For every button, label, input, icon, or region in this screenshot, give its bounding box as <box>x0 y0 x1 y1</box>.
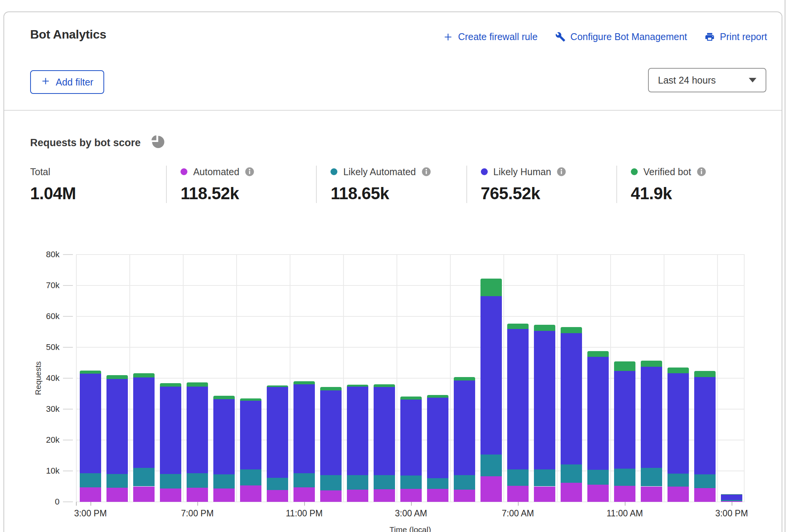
bar-segment-verified-bot[interactable] <box>293 381 315 384</box>
bar-segment-likely-human[interactable] <box>721 495 742 500</box>
bar-segment-likely-human[interactable] <box>507 329 529 469</box>
bar-segment-likely-automated[interactable] <box>213 474 235 488</box>
bar-segment-verified-bot[interactable] <box>187 382 208 387</box>
bar-segment-automated[interactable] <box>587 485 609 502</box>
bar-segment-automated[interactable] <box>347 490 368 502</box>
bar-segment-automated[interactable] <box>106 488 128 502</box>
bar-segment-likely-automated[interactable] <box>427 478 448 489</box>
bar-segment-verified-bot[interactable] <box>240 398 261 401</box>
bar-segment-likely-human[interactable] <box>106 379 128 474</box>
bar-segment-likely-human[interactable] <box>187 387 208 474</box>
bar-segment-verified-bot[interactable] <box>427 395 448 398</box>
bar-segment-automated[interactable] <box>267 490 288 502</box>
info-icon[interactable] <box>422 167 431 176</box>
bar-segment-likely-human[interactable] <box>213 399 235 474</box>
bar-segment-automated[interactable] <box>293 487 315 502</box>
bar-segment-likely-human[interactable] <box>240 401 261 469</box>
bar-segment-automated[interactable] <box>614 486 635 502</box>
bar-segment-likely-human[interactable] <box>587 357 609 470</box>
bar-segment-likely-automated[interactable] <box>293 473 315 487</box>
bar-segment-likely-automated[interactable] <box>721 500 742 501</box>
bar-segment-automated[interactable] <box>320 490 342 502</box>
bar-segment-automated[interactable] <box>374 489 395 502</box>
bar-segment-likely-automated[interactable] <box>561 464 582 483</box>
bar-segment-automated[interactable] <box>213 488 235 502</box>
bar-segment-likely-automated[interactable] <box>240 469 261 485</box>
bar-segment-likely-human[interactable] <box>320 390 342 475</box>
bar-segment-likely-human[interactable] <box>480 296 502 455</box>
bar-segment-verified-bot[interactable] <box>347 385 368 387</box>
bar-segment-verified-bot[interactable] <box>267 385 288 387</box>
print-report-link[interactable]: Print report <box>705 31 767 42</box>
bar-segment-automated[interactable] <box>454 490 475 502</box>
bar-segment-verified-bot[interactable] <box>534 325 555 331</box>
bar-segment-likely-human[interactable] <box>374 387 395 475</box>
bar-segment-likely-automated[interactable] <box>480 455 502 476</box>
bar-segment-verified-bot[interactable] <box>614 361 635 371</box>
bar-segment-likely-human[interactable] <box>427 398 448 478</box>
bar-segment-automated[interactable] <box>534 487 555 502</box>
bar-segment-likely-automated[interactable] <box>347 475 368 490</box>
bar-segment-likely-automated[interactable] <box>667 474 689 487</box>
bar-segment-likely-automated[interactable] <box>614 469 635 486</box>
bar-segment-verified-bot[interactable] <box>400 397 422 400</box>
bar-segment-likely-automated[interactable] <box>160 474 181 488</box>
bar-segment-verified-bot[interactable] <box>80 371 101 374</box>
bar-segment-verified-bot[interactable] <box>160 383 181 387</box>
bar-segment-likely-human[interactable] <box>267 387 288 477</box>
info-icon[interactable] <box>557 167 566 176</box>
bar-segment-automated[interactable] <box>561 483 582 502</box>
bar-segment-likely-human[interactable] <box>667 373 689 474</box>
bar-segment-likely-human[interactable] <box>293 384 315 473</box>
bar-segment-verified-bot[interactable] <box>320 387 342 391</box>
bar-segment-likely-automated[interactable] <box>80 473 101 487</box>
bar-segment-likely-human[interactable] <box>80 374 101 473</box>
bar-segment-verified-bot[interactable] <box>133 373 155 377</box>
bar-segment-likely-human[interactable] <box>160 387 181 474</box>
bar-segment-automated[interactable] <box>133 487 155 502</box>
bar-segment-automated[interactable] <box>641 487 662 502</box>
bar-segment-verified-bot[interactable] <box>694 371 716 377</box>
bar-segment-automated[interactable] <box>187 488 208 502</box>
bar-segment-verified-bot[interactable] <box>721 494 742 495</box>
create-firewall-rule-link[interactable]: Create firewall rule <box>443 31 537 42</box>
bar-segment-automated[interactable] <box>427 489 448 502</box>
bar-segment-verified-bot[interactable] <box>507 324 529 329</box>
bar-segment-automated[interactable] <box>507 486 529 502</box>
bar-segment-likely-automated[interactable] <box>106 474 128 488</box>
bar-segment-likely-automated[interactable] <box>267 478 288 490</box>
bar-segment-likely-automated[interactable] <box>534 469 555 487</box>
bar-segment-likely-human[interactable] <box>133 377 155 468</box>
bar-segment-likely-automated[interactable] <box>187 473 208 487</box>
bar-segment-likely-human[interactable] <box>534 331 555 469</box>
info-icon[interactable] <box>697 167 706 176</box>
bar-segment-likely-human[interactable] <box>454 380 475 475</box>
bar-segment-likely-automated[interactable] <box>400 476 422 489</box>
bar-segment-automated[interactable] <box>480 476 502 502</box>
time-range-select[interactable]: Last 24 hours <box>648 68 766 92</box>
bar-segment-verified-bot[interactable] <box>454 377 475 381</box>
info-icon[interactable] <box>245 167 254 176</box>
bar-segment-likely-human[interactable] <box>614 371 635 469</box>
bar-segment-likely-automated[interactable] <box>587 470 609 485</box>
bar-segment-automated[interactable] <box>667 487 689 502</box>
bar-segment-likely-automated[interactable] <box>320 475 342 490</box>
bar-segment-likely-human[interactable] <box>641 367 662 468</box>
bar-segment-verified-bot[interactable] <box>480 279 502 296</box>
bar-segment-verified-bot[interactable] <box>213 396 235 399</box>
bar-segment-verified-bot[interactable] <box>374 384 395 387</box>
bar-segment-likely-human[interactable] <box>400 400 422 476</box>
bar-segment-likely-automated[interactable] <box>641 468 662 487</box>
bar-segment-likely-automated[interactable] <box>133 468 155 487</box>
bar-segment-automated[interactable] <box>694 488 716 502</box>
bar-segment-likely-automated[interactable] <box>454 475 475 489</box>
bar-segment-verified-bot[interactable] <box>667 368 689 373</box>
configure-bot-management-link[interactable]: Configure Bot Management <box>555 31 687 42</box>
bar-segment-likely-automated[interactable] <box>374 475 395 489</box>
add-filter-button[interactable]: Add filter <box>30 70 104 94</box>
bar-segment-verified-bot[interactable] <box>587 351 609 357</box>
bar-segment-likely-human[interactable] <box>694 377 716 474</box>
bar-segment-verified-bot[interactable] <box>561 327 582 333</box>
bar-segment-likely-automated[interactable] <box>694 474 716 488</box>
bar-segment-automated[interactable] <box>160 488 181 502</box>
